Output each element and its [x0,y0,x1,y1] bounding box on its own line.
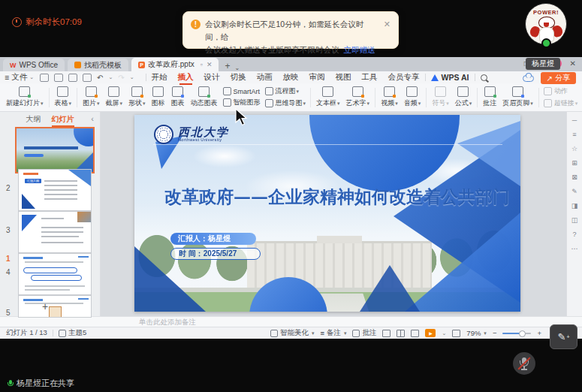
menu-tools[interactable]: 工具 [362,72,378,83]
menu-insert[interactable]: 插入 [178,72,194,83]
ribbon-textbox[interactable]: 文本框 [313,85,343,110]
theme-button[interactable]: 主题5 [59,328,86,338]
rail-edit-icon[interactable]: ✎ [571,188,577,195]
window-close-icon[interactable]: ✕ [570,59,576,68]
undo-caret-icon[interactable]: ⌄ [108,74,113,80]
new-tab-button[interactable]: + [225,61,230,71]
menu-review[interactable]: 审阅 [309,72,325,83]
slide-thumbnail-5[interactable] [18,295,92,318]
menu-home[interactable]: 开始 [152,72,167,83]
slide-thumbnail-4[interactable] [18,253,92,295]
ribbon-dynamic-chart[interactable]: 动态图表 [188,85,221,110]
notes-bar[interactable]: 单击此处添加备注 [0,316,582,327]
ribbon-table[interactable]: 表格 [52,85,75,110]
tab-docer-templates[interactable]: 找稻壳模板 [68,59,128,71]
slide-sorter-view-icon[interactable] [397,330,405,337]
zoom-slider[interactable] [502,333,531,334]
search-icon[interactable] [481,74,487,81]
ribbon-hyperlink[interactable]: 超链接 [544,98,578,108]
ribbon-flowchart[interactable]: 流程图 [265,86,306,96]
print-preview-icon[interactable] [83,74,92,82]
divider [426,88,427,107]
thumb2-line [44,194,77,195]
zoom-out-icon[interactable]: − [493,329,497,337]
ribbon-shapes[interactable]: 形状 [125,85,149,110]
close-tab-icon[interactable]: ✕ [207,61,213,68]
rail-resize-handle-icon[interactable]: ─ [572,116,577,124]
ribbon-mindmap[interactable]: 思维导图 [265,98,306,108]
tab-outline[interactable]: 大纲 [26,114,41,125]
fit-to-window-icon[interactable] [452,330,460,337]
ribbon-action[interactable]: 动作 [544,86,578,96]
rail-help-icon[interactable]: ? [572,231,576,238]
banner-close-icon[interactable]: ✕ [384,18,391,31]
undo-icon[interactable]: ↶ [97,74,103,82]
annotation-tool-button[interactable]: ✎+ [550,324,577,349]
rail-favorites-icon[interactable]: ☆ [571,145,577,152]
tab-list-caret-icon[interactable]: ⌄ [234,65,240,71]
zoom-slider-knob[interactable] [519,330,526,337]
rail-more-icon[interactable]: ⋯ [571,245,578,252]
rail-shapes-icon[interactable]: ⊞ [571,159,577,167]
play-slideshow-button[interactable]: ▶ [425,329,436,337]
current-slide[interactable]: 西北大学 Northwest University 改革政府——企业家精神如何改… [134,115,520,312]
tab-slides[interactable]: 幻灯片 [52,114,74,125]
menu-transitions[interactable]: 切换 [231,72,246,83]
ribbon-video[interactable]: 视频 [378,85,401,110]
slide-thumbnail-1[interactable] [15,127,95,173]
save-icon[interactable] [40,74,49,82]
cloud-sync-icon[interactable] [523,75,534,82]
zoom-level[interactable]: 79% [466,329,487,337]
wps-ai-button[interactable]: WPS AI [431,73,469,82]
slide-thumbnail-3[interactable] [18,211,92,253]
ribbon-screenshot[interactable]: 截屏 [103,85,126,110]
menu-animations[interactable]: 动画 [257,72,273,83]
menu-member[interactable]: 会员专享 [388,72,420,83]
ribbon-symbol[interactable]: 符号 [429,85,452,110]
redo-icon[interactable]: ↷ [118,74,124,82]
file-menu[interactable]: ≡ 文件 ⌄ [5,72,34,83]
ribbon-audio[interactable]: 音频 [401,85,424,110]
menu-slideshow[interactable]: 放映 [283,72,299,83]
menu-view[interactable]: 视图 [336,72,351,83]
ribbon-wordart[interactable]: 艺术字 [343,85,373,110]
output-icon[interactable] [54,74,63,82]
reading-view-icon[interactable] [411,330,419,337]
ribbon-icon-library[interactable]: 图标 [149,85,168,110]
collapse-panel-icon[interactable]: ‹ [91,114,94,123]
rail-properties-icon[interactable]: ≡ [572,131,576,138]
play-caret-icon[interactable]: ⌄ [442,330,446,336]
notes-button[interactable]: ≡ 备注 [320,328,346,338]
ribbon-chart[interactable]: 图表 [168,85,188,110]
rail-fill-icon[interactable]: ◨ [571,202,578,210]
ribbon-comment[interactable]: 批注 [480,85,499,110]
rail-reading-icon[interactable]: ◫ [571,216,578,224]
thumb3-line [41,227,83,228]
zoom-in-icon[interactable]: + [537,329,541,337]
tab-document[interactable]: P 改革政府.pptx ▫ ✕ [131,58,219,71]
ribbon-smart-graphic[interactable]: 智能图形 [223,98,261,107]
ribbon-formula[interactable]: 公式 [452,85,475,110]
print-icon[interactable] [68,74,77,82]
smart-graphic-icon [223,98,231,107]
slide-thumbnail-2[interactable]: 汇报大纲 [18,169,92,211]
share-button[interactable]: ↗ 分享 [541,72,576,84]
rail-selection-icon[interactable]: ⊠ [571,173,577,181]
tab-wps-office[interactable]: W WPS Office [3,59,65,71]
smart-beautify-button[interactable]: 智能美化 [270,328,315,338]
ribbon-new-slide[interactable]: 新建幻灯片 [3,85,47,110]
add-slide-button[interactable]: + [42,300,48,312]
ribbon-picture[interactable]: 图片 [80,85,103,110]
comments-button[interactable]: 批注 [352,328,376,338]
pin-tab-icon[interactable]: ▫ [201,61,203,68]
normal-view-icon[interactable] [382,330,391,337]
deco-bottom-semicircle [249,277,327,312]
ribbon-smartart[interactable]: SmartArt [223,87,261,95]
microphone-base [521,369,527,370]
menu-design[interactable]: 设计 [204,72,220,83]
redo-caret-icon[interactable]: ⌄ [130,74,134,80]
mute-microphone-button[interactable] [513,352,535,375]
gift-now-link[interactable]: 立即赠送 [344,45,375,54]
ribbon-header-footer[interactable]: 页眉页脚 [499,85,536,110]
clock-icon [12,17,22,27]
